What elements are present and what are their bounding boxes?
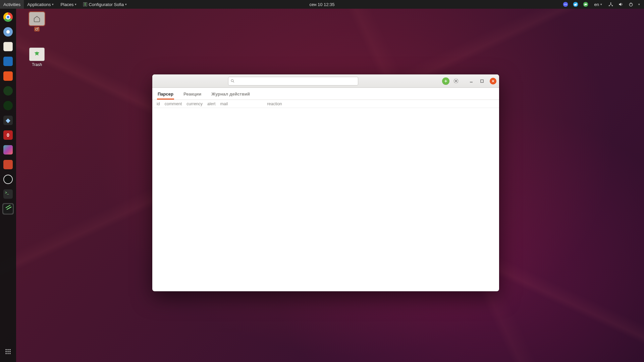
- svg-point-12: [6, 351, 7, 352]
- desktop-trash[interactable]: Trash: [23, 48, 50, 67]
- tab-reactions-label: Реакции: [183, 92, 201, 97]
- dock-text-editor[interactable]: [2, 41, 14, 52]
- svg-point-18: [231, 79, 233, 82]
- window-controls: [468, 78, 496, 84]
- dock-app2[interactable]: [2, 100, 14, 111]
- col-comment[interactable]: comment: [162, 102, 184, 106]
- menu-applications[interactable]: Applications ▾: [24, 0, 57, 9]
- search-input[interactable]: [237, 78, 356, 83]
- dock-app6[interactable]: [2, 159, 14, 170]
- svg-point-1: [564, 4, 565, 5]
- svg-point-9: [6, 349, 7, 350]
- desktop-folder-cf-label: cf: [34, 27, 39, 32]
- configurator-icon: [3, 204, 13, 214]
- circle-green-icon: [3, 86, 13, 96]
- caret-down-icon[interactable]: ▾: [638, 3, 640, 6]
- svg-point-6: [612, 5, 613, 6]
- top-panel: Activities Applications ▾ Places ▾ Confi…: [0, 0, 644, 9]
- dock-app7[interactable]: [2, 174, 14, 185]
- tab-bar: Парсер Реакции Журнал действий: [152, 88, 499, 100]
- svg-point-11: [9, 349, 10, 350]
- terminal-icon: [83, 2, 87, 6]
- menu-active-app[interactable]: Configurator Sofia ▾: [80, 0, 130, 9]
- caret-down-icon: ▾: [52, 3, 54, 6]
- telegram-tray-icon[interactable]: [573, 2, 578, 7]
- volume-icon[interactable]: [618, 2, 624, 7]
- svg-point-10: [7, 349, 8, 350]
- chromium-icon: [3, 27, 13, 37]
- svg-point-17: [9, 353, 10, 354]
- titlebar[interactable]: [152, 74, 499, 88]
- keyboard-layout-label: en: [594, 2, 599, 7]
- orange-icon: [3, 160, 13, 169]
- maximize-button[interactable]: [479, 78, 485, 84]
- dock-software[interactable]: [2, 70, 14, 82]
- svg-point-16: [7, 353, 8, 354]
- svg-rect-20: [481, 80, 483, 82]
- writer-icon: [3, 57, 13, 66]
- search-field[interactable]: [228, 77, 358, 85]
- dock-app5[interactable]: [2, 144, 14, 156]
- svg-point-13: [7, 351, 8, 352]
- dock-app3[interactable]: ◆: [2, 115, 14, 126]
- terminal-icon: >_: [3, 189, 13, 199]
- tab-parser[interactable]: Парсер: [157, 89, 174, 100]
- dock-configurator[interactable]: [2, 203, 14, 215]
- letter-icon: 0: [3, 130, 13, 140]
- svg-point-19: [455, 80, 457, 81]
- col-reaction[interactable]: reaction: [265, 102, 284, 106]
- robot-icon: [3, 101, 13, 110]
- col-alert[interactable]: alert: [205, 102, 218, 106]
- software-icon: [3, 71, 13, 81]
- add-button[interactable]: [442, 77, 449, 85]
- app-window: Парсер Реакции Журнал действий id commen…: [152, 74, 499, 291]
- desktop-trash-label: Trash: [32, 62, 42, 67]
- maximize-icon: [480, 79, 484, 83]
- active-app-label: Configurator Sofia: [89, 2, 124, 7]
- tab-journal[interactable]: Журнал действий: [211, 89, 251, 100]
- keyboard-layout[interactable]: en ▾: [593, 2, 603, 7]
- svg-point-2: [566, 4, 566, 5]
- caret-down-icon: ▾: [600, 3, 602, 6]
- dock-show-apps[interactable]: [2, 346, 14, 357]
- menu-places-label: Places: [60, 2, 73, 7]
- document-icon: [3, 42, 13, 51]
- tab-parser-label: Парсер: [158, 92, 173, 97]
- svg-point-15: [6, 353, 7, 354]
- panel-clock[interactable]: сен 10 12:35: [309, 2, 334, 7]
- tab-journal-label: Журнал действий: [211, 92, 250, 97]
- close-button[interactable]: [490, 78, 496, 84]
- power-icon[interactable]: [628, 2, 634, 7]
- network-icon[interactable]: [608, 2, 613, 7]
- dock-app4[interactable]: 0: [2, 129, 14, 141]
- svg-point-5: [609, 5, 610, 6]
- minimize-icon: [470, 79, 473, 83]
- menu-applications-label: Applications: [27, 2, 51, 7]
- dock-chromium[interactable]: [2, 26, 14, 38]
- minimize-button[interactable]: [468, 78, 474, 84]
- system-tray: en ▾ ▾: [563, 2, 644, 7]
- menu-activities[interactable]: Activities: [0, 0, 24, 9]
- gear-icon: [453, 78, 459, 84]
- dock: ◆ 0 >_: [0, 9, 16, 362]
- desktop-folder-cf[interactable]: cf: [23, 12, 50, 32]
- chat-tray-icon[interactable]: [583, 2, 588, 7]
- col-currency[interactable]: currency: [184, 102, 205, 106]
- caret-down-icon: ▾: [125, 3, 127, 6]
- hex-icon: ◆: [3, 116, 13, 125]
- menu-places[interactable]: Places ▾: [57, 0, 80, 9]
- col-mail[interactable]: mail: [218, 102, 265, 106]
- col-id[interactable]: id: [154, 102, 162, 106]
- table-header: id comment currency alert mail reaction: [152, 100, 499, 108]
- discord-tray-icon[interactable]: [563, 2, 568, 7]
- dock-app1[interactable]: [2, 85, 14, 97]
- dock-chrome[interactable]: [2, 11, 14, 23]
- tab-reactions[interactable]: Реакции: [183, 89, 202, 100]
- caret-down-icon: ▾: [75, 3, 76, 6]
- dock-writer[interactable]: [2, 56, 14, 67]
- dock-terminal[interactable]: >_: [2, 188, 14, 200]
- settings-button[interactable]: [452, 77, 460, 85]
- svg-point-7: [610, 2, 611, 3]
- plus-icon: [444, 79, 448, 83]
- svg-point-0: [563, 2, 568, 7]
